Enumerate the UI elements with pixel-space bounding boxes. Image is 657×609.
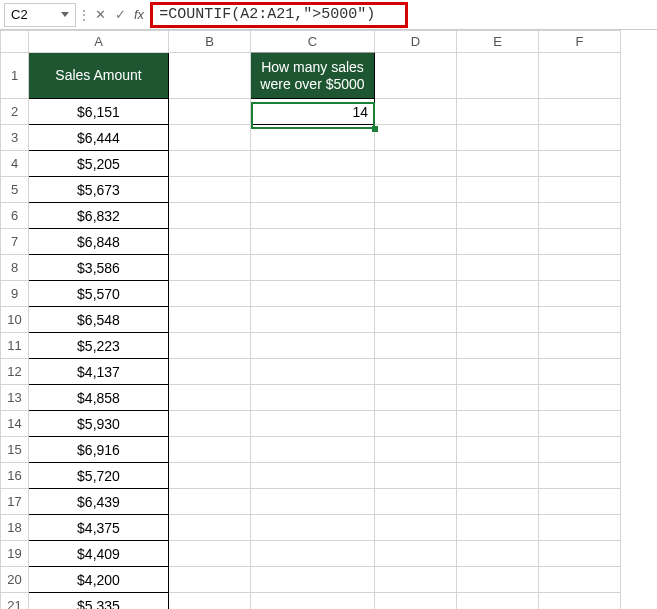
cell[interactable] [169, 229, 251, 255]
cell[interactable] [169, 411, 251, 437]
sales-amount-cell[interactable]: $6,151 [29, 99, 169, 125]
cell[interactable] [539, 385, 621, 411]
cell[interactable] [539, 515, 621, 541]
sales-amount-header[interactable]: Sales Amount [29, 53, 169, 99]
cell[interactable] [251, 359, 375, 385]
cell[interactable] [169, 489, 251, 515]
cell[interactable] [375, 177, 457, 203]
cell[interactable] [539, 359, 621, 385]
cancel-formula-button[interactable]: ✕ [90, 4, 110, 26]
cell[interactable] [251, 151, 375, 177]
cell[interactable] [457, 463, 539, 489]
cell[interactable] [251, 307, 375, 333]
sales-amount-cell[interactable]: $6,548 [29, 307, 169, 333]
cell[interactable] [251, 541, 375, 567]
sales-amount-cell[interactable]: $4,409 [29, 541, 169, 567]
cell[interactable] [457, 53, 539, 99]
select-all-corner[interactable] [1, 31, 29, 53]
cell[interactable] [375, 151, 457, 177]
sales-amount-cell[interactable]: $4,858 [29, 385, 169, 411]
row-header[interactable]: 4 [1, 151, 29, 177]
cell[interactable] [251, 515, 375, 541]
cell[interactable] [251, 385, 375, 411]
cell[interactable] [457, 593, 539, 610]
row-header[interactable]: 14 [1, 411, 29, 437]
cell[interactable] [457, 307, 539, 333]
cell[interactable] [457, 411, 539, 437]
cell[interactable] [375, 567, 457, 593]
cell[interactable] [457, 229, 539, 255]
cell[interactable] [375, 99, 457, 125]
col-header-E[interactable]: E [457, 31, 539, 53]
sales-amount-cell[interactable]: $6,444 [29, 125, 169, 151]
cell[interactable] [457, 489, 539, 515]
cell[interactable] [539, 229, 621, 255]
row-header[interactable]: 21 [1, 593, 29, 610]
cell[interactable] [169, 203, 251, 229]
cell[interactable] [169, 437, 251, 463]
col-header-A[interactable]: A [29, 31, 169, 53]
row-header[interactable]: 15 [1, 437, 29, 463]
cell[interactable] [251, 463, 375, 489]
cell[interactable] [375, 359, 457, 385]
cell[interactable] [375, 53, 457, 99]
row-header[interactable]: 9 [1, 281, 29, 307]
cell[interactable] [169, 307, 251, 333]
cell[interactable] [457, 177, 539, 203]
cell[interactable] [169, 255, 251, 281]
cell[interactable] [539, 125, 621, 151]
cell[interactable] [539, 177, 621, 203]
cell[interactable] [251, 567, 375, 593]
cell[interactable] [539, 411, 621, 437]
cell[interactable] [169, 515, 251, 541]
cell[interactable] [375, 125, 457, 151]
cell[interactable] [375, 593, 457, 610]
sales-amount-cell[interactable]: $5,223 [29, 333, 169, 359]
cell[interactable] [539, 437, 621, 463]
cell[interactable] [169, 541, 251, 567]
sales-amount-cell[interactable]: $5,720 [29, 463, 169, 489]
sales-amount-cell[interactable]: $5,673 [29, 177, 169, 203]
col-header-F[interactable]: F [539, 31, 621, 53]
cell[interactable] [169, 281, 251, 307]
cell[interactable] [169, 53, 251, 99]
cell[interactable] [457, 203, 539, 229]
cell[interactable] [251, 333, 375, 359]
cell[interactable] [457, 541, 539, 567]
cell[interactable] [169, 177, 251, 203]
cell[interactable] [169, 463, 251, 489]
row-header[interactable]: 20 [1, 567, 29, 593]
cell[interactable] [539, 463, 621, 489]
cell[interactable] [251, 411, 375, 437]
cell[interactable] [169, 99, 251, 125]
sales-amount-cell[interactable]: $5,930 [29, 411, 169, 437]
cell[interactable] [375, 229, 457, 255]
cell[interactable] [169, 333, 251, 359]
cell[interactable] [457, 125, 539, 151]
row-header[interactable]: 8 [1, 255, 29, 281]
cell[interactable] [169, 359, 251, 385]
cell[interactable] [251, 281, 375, 307]
chevron-down-icon[interactable] [61, 12, 69, 17]
row-header[interactable]: 13 [1, 385, 29, 411]
col-header-B[interactable]: B [169, 31, 251, 53]
cell[interactable] [539, 333, 621, 359]
cell[interactable] [539, 489, 621, 515]
row-header[interactable]: 16 [1, 463, 29, 489]
cell[interactable] [457, 515, 539, 541]
row-header[interactable]: 12 [1, 359, 29, 385]
cell[interactable] [539, 53, 621, 99]
row-header[interactable]: 19 [1, 541, 29, 567]
cell[interactable] [251, 489, 375, 515]
sales-amount-cell[interactable]: $5,570 [29, 281, 169, 307]
cell[interactable] [251, 125, 375, 151]
cell[interactable] [539, 567, 621, 593]
row-header[interactable]: 10 [1, 307, 29, 333]
cell[interactable] [375, 541, 457, 567]
cell[interactable] [457, 255, 539, 281]
cell[interactable] [251, 437, 375, 463]
cell[interactable] [457, 359, 539, 385]
col-header-C[interactable]: C [251, 31, 375, 53]
cell[interactable] [251, 203, 375, 229]
cell[interactable] [539, 151, 621, 177]
